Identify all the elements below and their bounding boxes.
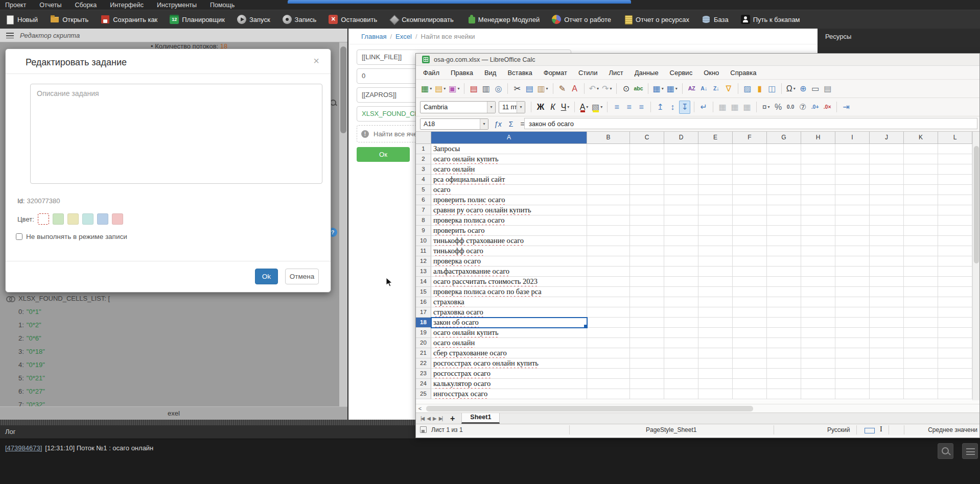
insert-image-icon[interactable]: ▨ — [742, 82, 753, 95]
cell[interactable] — [767, 246, 801, 256]
cell[interactable] — [698, 205, 733, 215]
scrollbar-thumb[interactable] — [426, 406, 753, 412]
cell-A22[interactable]: росгосстрах осаго онлайн купить — [431, 358, 587, 369]
cell[interactable] — [767, 328, 801, 338]
cell[interactable] — [904, 369, 938, 379]
cell[interactable] — [587, 307, 630, 318]
vertical-scrollbar[interactable] — [972, 132, 979, 400]
log-search-button[interactable] — [938, 443, 953, 459]
cell[interactable] — [767, 307, 801, 318]
row-header-21[interactable]: 21 — [416, 348, 431, 358]
cell[interactable] — [904, 226, 938, 236]
cell[interactable] — [801, 358, 835, 369]
cell[interactable] — [587, 277, 630, 287]
cell[interactable] — [835, 338, 870, 348]
cell[interactable] — [698, 267, 733, 277]
cell[interactable] — [767, 358, 801, 369]
calc-titlebar[interactable]: osa-go.com.xlsx — LibreOffice Calc — [416, 54, 979, 66]
cell[interactable] — [587, 164, 630, 175]
row-header-6[interactable]: 6 — [416, 195, 431, 205]
cell[interactable] — [630, 236, 664, 246]
task-description-input[interactable] — [30, 84, 322, 184]
cell[interactable] — [835, 328, 870, 338]
cell[interactable] — [664, 358, 698, 369]
cell[interactable] — [870, 256, 904, 267]
align-left-icon[interactable]: ≡ — [611, 101, 622, 114]
align-top-icon[interactable]: ↥ — [655, 101, 666, 114]
dialog-ok-button[interactable]: Ok — [255, 269, 278, 284]
cell[interactable] — [587, 226, 630, 236]
cell[interactable] — [801, 195, 835, 205]
row-header-2[interactable]: 2 — [416, 154, 431, 164]
cell[interactable] — [733, 318, 767, 328]
row-header-18[interactable]: 18 — [416, 318, 431, 328]
cell[interactable] — [904, 195, 938, 205]
cell[interactable] — [630, 164, 664, 175]
underline-icon[interactable]: Ч▾ — [559, 101, 571, 114]
chevron-down-icon[interactable]: ▾ — [768, 105, 770, 109]
chevron-down-icon[interactable]: ▾ — [487, 102, 495, 113]
cell[interactable] — [938, 185, 972, 195]
cell[interactable] — [938, 287, 972, 297]
cell[interactable] — [630, 338, 664, 348]
cell[interactable] — [835, 256, 870, 267]
export-pdf-icon[interactable]: ▤ — [468, 82, 479, 95]
row-header-11[interactable]: 11 — [416, 246, 431, 256]
cell[interactable] — [767, 277, 801, 287]
autofilter-icon[interactable]: ∇ — [723, 82, 734, 95]
cell[interactable] — [630, 318, 664, 328]
calc-menu-item[interactable]: Сервис — [670, 69, 693, 77]
cell[interactable] — [733, 297, 767, 307]
sheet-nav-icon[interactable]: ◀ — [425, 416, 431, 421]
breadcrumb-item[interactable]: Excel — [395, 33, 412, 40]
cell[interactable] — [870, 379, 904, 389]
menubar-item[interactable]: Помощь — [210, 2, 235, 9]
clone-formatting-icon[interactable]: ✎ — [557, 82, 568, 95]
cell-A19[interactable]: осаго онлайн купить — [431, 328, 587, 338]
chevron-down-icon[interactable]: ▾ — [444, 86, 446, 91]
row-header-14[interactable]: 14 — [416, 277, 431, 287]
copy-icon[interactable]: ▤ — [524, 82, 535, 95]
cell-A21[interactable]: сбер страхование осаго — [431, 348, 587, 358]
toolbar-button-scheduler[interactable]: 12Планировщик — [170, 15, 225, 24]
cell[interactable] — [938, 154, 972, 164]
cell[interactable] — [835, 277, 870, 287]
cell[interactable] — [801, 389, 835, 399]
menubar-item[interactable]: Сборка — [75, 2, 97, 9]
calc-menu-item[interactable]: Окно — [704, 69, 719, 77]
cell[interactable] — [870, 144, 904, 154]
number-format-icon[interactable]: 0.0 — [785, 101, 796, 114]
hyperlink-icon[interactable]: ⊕ — [798, 82, 809, 95]
horizontal-scrollbar[interactable]: < — [416, 404, 979, 413]
sheet-tab-sheet1[interactable]: Sheet1 — [461, 413, 500, 424]
cell[interactable] — [630, 379, 664, 389]
align-right-icon[interactable]: ≡ — [636, 101, 647, 114]
toolbar-button-database[interactable]: База — [702, 15, 729, 24]
cell-A13[interactable]: альфастрахование осаго — [431, 267, 587, 277]
cell[interactable] — [835, 297, 870, 307]
cell[interactable] — [801, 154, 835, 164]
tab-exel[interactable]: exel — [0, 406, 347, 420]
chevron-down-icon[interactable]: ▾ — [600, 105, 602, 109]
cell[interactable] — [870, 389, 904, 399]
cell[interactable] — [587, 246, 630, 256]
cell[interactable] — [904, 379, 938, 389]
row-header-15[interactable]: 15 — [416, 287, 431, 297]
grid-corner[interactable] — [416, 132, 431, 144]
cell[interactable] — [587, 338, 630, 348]
cell[interactable] — [664, 277, 698, 287]
language[interactable]: Русский — [827, 426, 850, 433]
clear-formatting-icon[interactable]: A — [569, 82, 580, 95]
record-mode-checkbox[interactable] — [16, 233, 22, 240]
cell-A5[interactable]: осаго — [431, 185, 587, 195]
close-icon[interactable]: × — [313, 55, 319, 67]
cell[interactable] — [767, 338, 801, 348]
scroll-left-icon[interactable]: < — [416, 405, 424, 412]
cell[interactable] — [767, 226, 801, 236]
insert-chart-icon[interactable]: ▮ — [754, 82, 765, 95]
chevron-down-icon[interactable]: ▾ — [597, 86, 599, 91]
cell[interactable] — [698, 297, 733, 307]
toolbar-button-modules[interactable]: Менеджер Модулей — [466, 15, 540, 24]
cell[interactable] — [938, 389, 972, 399]
cell[interactable] — [587, 287, 630, 297]
